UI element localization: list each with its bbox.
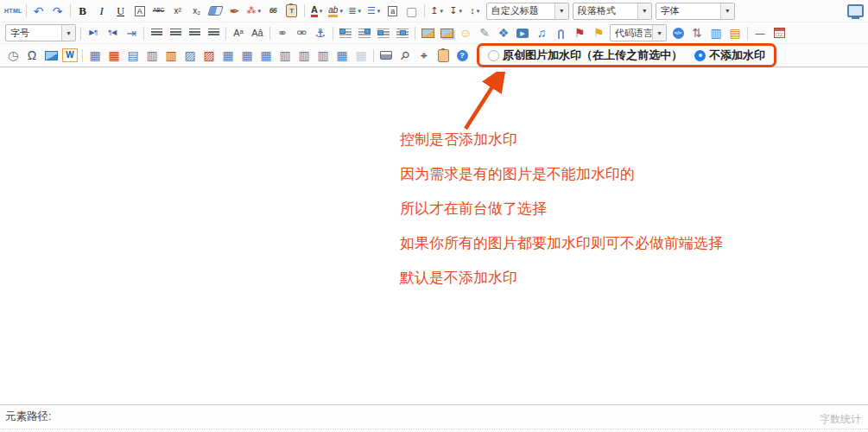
first-line-indent-icon[interactable]: ⇥ [123, 24, 140, 41]
redo-icon[interactable]: ↷ [49, 3, 67, 20]
time-icon[interactable]: ◷ [4, 47, 22, 64]
statusbar-divider [0, 429, 868, 429]
paste-icon[interactable]: T [434, 47, 452, 64]
italic-button[interactable]: I [93, 3, 111, 20]
average-rows-icon[interactable]: ▦ [333, 47, 351, 64]
image-float-left-icon[interactable] [337, 24, 354, 41]
merge-down-icon[interactable]: ▦ [257, 47, 275, 64]
paragraph-format-select-label: 段落格式 [573, 3, 637, 19]
merge-cells-icon[interactable]: ▦ [219, 47, 237, 64]
line-spacing-button[interactable]: ↕▾ [466, 3, 484, 20]
word-count-label: 字数统计 [820, 412, 861, 427]
custom-title-select[interactable]: 自定义标题▾ [486, 3, 569, 20]
rtl-paragraph-icon[interactable]: ¶◀ [104, 24, 121, 41]
font-family-select[interactable]: 字体▾ [656, 3, 735, 20]
paste-plain-button[interactable]: T [283, 3, 301, 20]
search-replace-icon[interactable]: ⌖ [415, 47, 433, 64]
chevron-down-icon: ▾ [459, 8, 462, 15]
pagebreak-icon[interactable]: ⇅ [688, 24, 706, 41]
font-color-button[interactable]: A▾ [308, 3, 326, 20]
split-cells-icon[interactable]: ▥ [276, 47, 294, 64]
fullscreen-icon[interactable] [846, 3, 864, 20]
to-uppercase-button[interactable]: Aᵃ [230, 24, 247, 41]
emotion-icon[interactable]: ☺ [457, 24, 474, 41]
watermark-on-radio[interactable]: 原创图片加水印（在上传之前选中） [488, 48, 682, 63]
scrawl-icon[interactable]: ✎ [476, 24, 493, 41]
insert-table-icon[interactable]: ▦ [86, 47, 104, 64]
columns-icon[interactable]: ▥ [707, 24, 725, 41]
split-cols-icon[interactable]: ▥ [314, 47, 332, 64]
unordered-list-button[interactable]: ☰▾ [365, 3, 383, 20]
print-icon[interactable] [377, 47, 395, 64]
custom-title-select-label: 自定义标题 [487, 3, 554, 19]
delete-row-icon[interactable]: ▥ [162, 47, 180, 64]
preview-icon[interactable]: ⚲ [396, 47, 414, 64]
attachment-icon[interactable] [552, 24, 569, 41]
map-icon[interactable]: ⚑ [571, 24, 588, 41]
merge-right-icon[interactable]: ▦ [238, 47, 256, 64]
multi-image-icon[interactable] [438, 24, 455, 41]
table-title-icon[interactable]: ▤ [124, 47, 142, 64]
content-line: 控制是否添加水印 [400, 129, 868, 150]
special-char-icon[interactable]: Ω [23, 47, 41, 64]
insert-code-icon[interactable]: </> [669, 24, 687, 41]
link-icon[interactable]: ⚭ [274, 24, 291, 41]
video-icon[interactable]: ▶ [514, 24, 531, 41]
background-color-button[interactable]: ab▾ [327, 3, 345, 20]
chevron-down-icon: ▾ [637, 3, 651, 19]
word-image-icon[interactable]: W [61, 47, 79, 64]
bold-button[interactable]: B [74, 3, 92, 20]
image-float-right-icon[interactable] [356, 24, 373, 41]
blockquote-button[interactable]: 66 [264, 3, 282, 20]
paragraph-space-after-button[interactable]: ↧▾ [447, 3, 465, 20]
font-border-button[interactable]: A [131, 3, 149, 20]
underline-button[interactable]: U [112, 3, 130, 20]
ltr-paragraph-icon[interactable]: ▶¶ [85, 24, 102, 41]
chevron-down-icon: ▾ [358, 8, 361, 15]
format-clear-button[interactable] [207, 3, 225, 20]
delete-table-icon[interactable]: ▦ [105, 47, 123, 64]
align-center-button[interactable] [167, 24, 184, 41]
average-cols-icon[interactable]: ▦ [352, 47, 370, 64]
align-justify-button[interactable] [205, 24, 222, 41]
insert-image-icon[interactable] [419, 24, 436, 41]
delete-col-icon[interactable]: ▨ [200, 47, 218, 64]
paragraph-space-before-button[interactable]: ↥▾ [428, 3, 446, 20]
snapshot-icon[interactable]: ❖ [495, 24, 512, 41]
align-left-button[interactable] [148, 24, 165, 41]
toolbar-separator [80, 27, 81, 40]
unlink-icon[interactable]: ⚮ [293, 24, 310, 41]
template-icon[interactable]: ▤ [726, 24, 744, 41]
date-icon[interactable] [770, 24, 788, 41]
music-icon[interactable]: ♫ [533, 24, 550, 41]
superscript-button[interactable]: x² [169, 3, 187, 20]
image-inline-icon[interactable] [375, 24, 392, 41]
code-language-select[interactable]: 代码语言▾ [610, 24, 667, 41]
editor-window: HTML↶↷BIUAABCx²x₂✒⁂▾66TA▾ab▾≣▾☰▾a▢↥▾↧▾↕▾… [0, 0, 868, 432]
horizontal-rule-icon[interactable]: — [751, 24, 769, 41]
toolbar-separator [415, 27, 415, 40]
baidu-map-icon[interactable]: ⚑ [590, 24, 607, 41]
subscript-button[interactable]: x₂ [188, 3, 206, 20]
strikethrough-button[interactable]: ABC [150, 3, 168, 20]
to-lowercase-button[interactable]: Aâ [249, 24, 266, 41]
help-icon[interactable]: ? [453, 47, 471, 64]
select-all-button[interactable]: a [384, 3, 402, 20]
editor-content-area[interactable]: 控制是否添加水印因为需求是有的图片是不能加水印的所以才在前台做了选择如果你所有的… [0, 67, 868, 404]
align-right-button[interactable] [186, 24, 203, 41]
insert-col-icon[interactable]: ▨ [181, 47, 199, 64]
clear-doc-button[interactable]: ▢ [403, 3, 421, 20]
auto-typeset-button[interactable]: ⁂▾ [245, 3, 263, 20]
html-source-button[interactable]: HTML [4, 3, 22, 20]
paragraph-format-select[interactable]: 段落格式▾ [573, 3, 652, 20]
watermark-off-radio[interactable]: 不添加水印 [694, 48, 765, 63]
split-rows-icon[interactable]: ▥ [295, 47, 313, 64]
ordered-list-button[interactable]: ≣▾ [346, 3, 364, 20]
font-size-select[interactable]: 字号▾ [5, 24, 76, 41]
screenshot-icon[interactable] [42, 47, 60, 64]
format-painter-button[interactable]: ✒ [226, 3, 244, 20]
undo-icon[interactable]: ↶ [30, 3, 48, 20]
insert-row-icon[interactable]: ▥ [143, 47, 161, 64]
image-center-icon[interactable] [394, 24, 411, 41]
anchor-icon[interactable]: ⚓ [312, 24, 329, 41]
